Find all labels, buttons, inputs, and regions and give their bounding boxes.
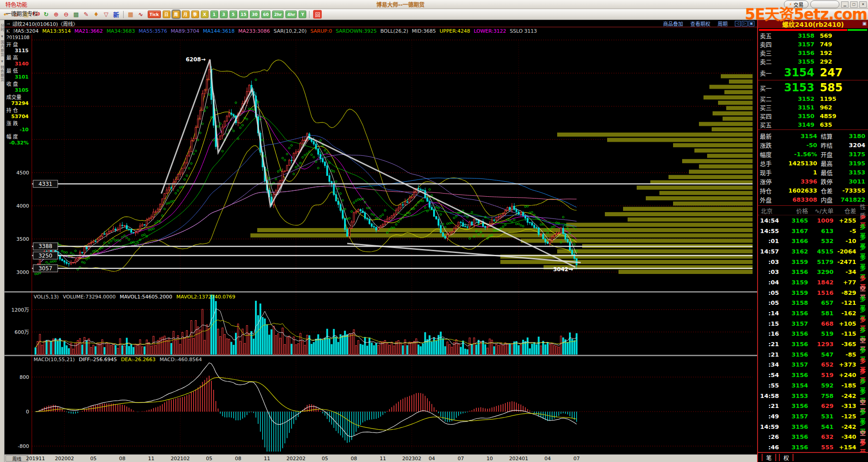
prev-contract-icon[interactable]: ◁ — [735, 21, 741, 26]
best-bid-row[interactable]: 买一 3153 585 — [758, 81, 868, 94]
indicator-value: LOWER:3122 — [474, 28, 506, 34]
playback-icon[interactable]: 回 — [313, 10, 322, 19]
panel-tabs: 笔 权 — [758, 452, 868, 462]
tick-row: :21 3156 547 -85 多平 — [758, 349, 868, 360]
maximize-button[interactable]: ▢ — [850, 1, 858, 8]
menu-item[interactable]: 特色功能 — [0, 0, 44, 9]
quote-board-icon[interactable]: ▦ — [126, 10, 135, 19]
tick-row: :03 3159 5179 -2471 多平 — [758, 257, 868, 267]
svg-text:4331: 4331 — [39, 181, 53, 187]
volume-value: MAVOL2:1372740.0769 — [176, 294, 235, 300]
tick-row: :34 3157 652 +373 多开 — [758, 360, 868, 370]
secondary-button[interactable] — [810, 0, 839, 8]
tick-row: :04 3159 1842 +77 多开 — [758, 277, 868, 288]
menu-items: 系统页面分析新闻特色功能一德期货专栏交易工具帮助 — [0, 0, 44, 45]
tick-list[interactable]: 14:54 3165 1009 +255 多开 14:55 3167 613 -… — [758, 215, 868, 452]
macd-indicator-readout: MACD(10,55,21)DIFF:-256.6945DEA:-26.2663… — [34, 357, 202, 363]
indicator-value: UPPER:4248 — [439, 28, 470, 34]
stat-cell: 现手1 — [758, 168, 819, 177]
price-chart[interactable]: 450040003500300043313388325030576208→304… — [5, 35, 757, 454]
best-ask-row[interactable]: 卖一 3154 247 — [758, 66, 868, 79]
svg-text:6208→: 6208→ — [186, 56, 205, 63]
x-axis-tick: 11 — [264, 456, 270, 462]
divider — [758, 129, 868, 130]
zoom-in-icon[interactable]: ⊕ — [52, 10, 60, 19]
menu-item[interactable]: 帮助 — [0, 36, 44, 45]
zoom-out-icon[interactable]: ⊖ — [62, 10, 70, 19]
trade-button[interactable]: ⚡交易 — [784, 0, 808, 8]
alert-icon[interactable]: ♦ — [92, 10, 100, 19]
toolbar-separator — [309, 11, 309, 18]
x-axis-tick: 05 — [90, 456, 96, 462]
menu-bar: 系统页面分析新闻特色功能一德期货专栏交易工具帮助 博易大师--一德期货 ⚡交易 … — [0, 0, 868, 9]
ask-row[interactable]: 卖五3158569 — [758, 31, 868, 40]
menu-item[interactable]: 工具 — [0, 27, 44, 36]
svg-text:3500: 3500 — [16, 236, 29, 242]
bid-row[interactable]: 买二31521195 — [758, 94, 868, 103]
kline-icon[interactable]: ∿ — [136, 10, 145, 19]
tab-options[interactable]: 权 — [779, 454, 793, 461]
x-axis-tick: 202102 — [171, 456, 190, 462]
period-label[interactable]: 周线 — [5, 455, 28, 462]
period-button[interactable]: 60 — [261, 10, 271, 18]
indicator-value: MA144:3618 — [203, 28, 235, 34]
bid-row[interactable]: 买四31504859 — [758, 112, 868, 120]
stat-cell: 涨跌-50 — [758, 140, 819, 149]
chart-tab-bar: ◄ 螺纹2410(010610)〈周线〉 商品叠加查看期权周期 ◁▷▣ — [5, 20, 757, 27]
svg-text:3000: 3000 — [16, 269, 29, 275]
menu-item[interactable]: 一德期货专栏 — [0, 9, 44, 18]
menu-item[interactable]: 交易 — [0, 18, 44, 27]
period-button[interactable]: 4hr — [285, 10, 297, 18]
tab-link[interactable]: 周期 — [718, 20, 728, 27]
sidebar-tab[interactable]: 特色期货 — [0, 65, 5, 82]
indicator-value: MA21:3662 — [75, 28, 103, 34]
period-button[interactable]: 30 — [250, 10, 259, 18]
bid-row[interactable]: 买三3151962 — [758, 103, 868, 112]
tick-row: :16 3156 519 -115 多平 — [758, 329, 868, 339]
tab-ticks[interactable]: 笔 — [762, 454, 776, 461]
period-button[interactable]: 季 — [191, 10, 199, 18]
next-contract-icon[interactable]: ▷ — [742, 21, 748, 26]
period-button[interactable]: Y — [299, 10, 306, 18]
x-axis-tick: 08 — [351, 456, 357, 462]
ask-row[interactable]: 卖四3157749 — [758, 40, 868, 49]
close-button[interactable]: ✕ — [859, 1, 867, 8]
split-view-icon[interactable]: ▣ — [748, 21, 754, 26]
volume-value: VOL(5,13) — [34, 294, 59, 300]
period-button[interactable]: 周 — [172, 10, 180, 18]
macd-value: DIFF:-256.6945 — [79, 357, 117, 363]
buy-ratio — [848, 29, 867, 31]
tick-row: :14 3156 581 -162 多平 — [758, 308, 868, 318]
bar-info-row: 涨 跌-10 — [6, 119, 30, 133]
x-axis-tick: 05 — [322, 456, 328, 462]
draw-icon[interactable]: ✎ — [82, 10, 90, 19]
minimize-button[interactable]: ▁ — [841, 1, 848, 8]
period-button[interactable]: Tick — [148, 10, 161, 18]
ask-row[interactable]: 卖二3155292 — [758, 57, 868, 66]
period-button[interactable]: 15 — [239, 10, 249, 18]
period-button[interactable]: 3 — [220, 10, 228, 18]
tab-link[interactable]: 查看期权 — [690, 20, 710, 27]
period-button[interactable]: 5 — [229, 10, 237, 18]
macd-value: DEA:-26.2663 — [121, 357, 155, 363]
ask-row[interactable]: 卖三3156192 — [758, 49, 868, 57]
tick-row: :55 3154 592 -185 多平 — [758, 380, 868, 391]
tick-row: :49 3157 531 -125 多平 — [758, 411, 868, 422]
period-button[interactable]: 2hr — [272, 10, 284, 18]
indicator-value: SARDOWN:3925 — [336, 28, 377, 34]
new-icon[interactable]: 新 — [112, 10, 120, 19]
x-axis-tick: 201911 — [26, 456, 45, 462]
period-button[interactable]: 1 — [210, 10, 218, 18]
period-button[interactable]: 日 — [163, 10, 170, 18]
period-button[interactable]: X — [201, 10, 209, 18]
app-window: 系统页面分析新闻特色功能一德期货专栏交易工具帮助 博易大师--一德期货 ⚡交易 … — [0, 0, 868, 462]
tab-link[interactable]: 商品叠加 — [663, 20, 683, 27]
bid-row[interactable]: 买五3149635 — [758, 120, 868, 129]
overlay-icon[interactable]: ▩ — [72, 10, 80, 19]
popout-icon[interactable]: ▣ — [863, 21, 867, 26]
bar-info-row: 最 低3101 — [6, 67, 30, 80]
period-button[interactable]: 月 — [182, 10, 190, 18]
indicator-value: SSLO 3113 — [510, 28, 537, 34]
filter-icon[interactable]: ▽ — [102, 10, 110, 19]
toolbar: ←⌂▤F10↻⊕⊖▩✎♦▽新 ▦∿ Tick日周月季X1351530602hr4… — [0, 9, 868, 20]
